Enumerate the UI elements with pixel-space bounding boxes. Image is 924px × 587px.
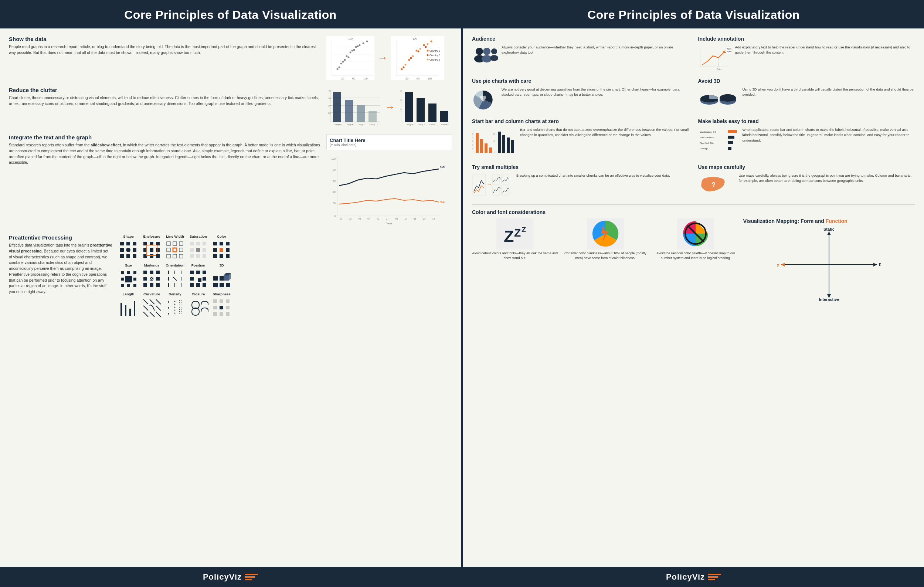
pre-sharpness-svg [211, 298, 232, 318]
svg-rect-168 [150, 283, 153, 287]
svg-point-36 [425, 46, 427, 48]
svg-point-227 [182, 311, 182, 312]
footer-line-1 [245, 574, 258, 575]
svg-rect-154 [125, 276, 132, 282]
svg-rect-132 [190, 242, 194, 246]
audience-section: Audience Always con [472, 36, 689, 72]
svg-point-223 [182, 307, 182, 308]
pre-density: Density [165, 292, 185, 318]
svg-rect-137 [203, 248, 206, 252]
svg-marker-309 [873, 263, 877, 267]
section-show-data: Show the data People read graphs in a re… [9, 36, 452, 80]
pie-section: Use pie charts with care [472, 78, 689, 112]
svg-point-18 [353, 49, 355, 51]
svg-marker-306 [827, 231, 831, 235]
svg-rect-238 [226, 312, 229, 316]
svg-text:20: 20 [406, 77, 408, 80]
color-font-title: Color and font considerations [472, 209, 915, 215]
small-multiples-title: Try small multiples [472, 164, 689, 170]
svg-rect-141 [213, 242, 217, 246]
pre-length-svg [118, 298, 139, 318]
svg-rect-129 [167, 254, 170, 258]
right-panel-header: Core Principles of Data Visualization [463, 0, 924, 28]
svg-point-209 [168, 307, 169, 309]
svg-rect-285 [728, 141, 733, 144]
svg-text:30: 30 [400, 90, 403, 92]
svg-point-17 [348, 56, 350, 58]
svg-point-208 [168, 301, 169, 303]
pre-length: Length [118, 292, 139, 318]
start-zero-text: Bar and column charts that do not start … [520, 127, 689, 138]
svg-rect-190 [224, 275, 229, 280]
svg-text:?: ? [711, 181, 716, 188]
viz-mapping-section: Visualization Mapping: Form and Function [743, 218, 915, 302]
svg-rect-74 [428, 104, 437, 122]
svg-point-108 [126, 248, 130, 252]
svg-point-224 [179, 309, 180, 310]
maps-usa-icon: ? [698, 173, 735, 197]
right-panel-content: Audience Always con [463, 28, 924, 567]
svg-rect-139 [196, 254, 200, 258]
svg-point-12 [351, 50, 353, 52]
svg-text:'04: '04 [367, 218, 370, 220]
svg-point-28 [401, 68, 403, 70]
svg-rect-269 [485, 143, 487, 153]
svg-rect-59 [333, 92, 341, 122]
svg-rect-149 [226, 254, 229, 258]
pre-enclosure: Enclosure [142, 234, 162, 260]
avoid3d-section: Avoid 3D [698, 78, 916, 112]
svg-rect-134 [203, 242, 206, 246]
svg-text:'11: '11 [413, 218, 417, 220]
pre-orientation: Orientation [165, 263, 185, 289]
svg-point-218 [179, 302, 180, 303]
svg-point-19 [357, 46, 359, 47]
pre-color-label: Color [217, 234, 226, 238]
color-font-section: Color and font considerations Z Z Z Avoi… [472, 204, 915, 302]
svg-point-259 [719, 94, 736, 102]
svg-rect-72 [405, 92, 413, 122]
pie-title: Use pie charts with care [472, 78, 689, 84]
svg-text:100: 100 [348, 37, 353, 40]
svg-text:80: 80 [493, 133, 495, 135]
left-footer: PolicyViz [0, 567, 461, 587]
pre-orientation-label: Orientation [166, 263, 185, 267]
footer-line-r1 [708, 574, 721, 575]
svg-text:Z: Z [504, 227, 514, 246]
svg-rect-287 [728, 147, 731, 150]
scatter-after: 100 [391, 36, 444, 80]
svg-rect-124 [173, 242, 177, 246]
svg-rect-194 [219, 283, 224, 287]
pre-linewidth-label: Line Width [166, 234, 184, 238]
audience-icon [472, 45, 498, 66]
svg-rect-162 [144, 277, 147, 280]
svg-rect-158 [134, 284, 136, 287]
svg-rect-135 [190, 248, 194, 252]
svg-point-214 [175, 310, 176, 311]
series1-label: Series 1 [440, 165, 445, 169]
pre-position-svg [188, 269, 208, 289]
annotation-title: Include annotation [698, 36, 916, 42]
svg-point-8 [340, 63, 342, 65]
svg-point-20 [363, 43, 365, 45]
svg-text:40: 40 [493, 140, 495, 142]
pre-3d: 3D [211, 263, 232, 289]
svg-point-10 [346, 56, 348, 57]
svg-rect-123 [167, 242, 170, 246]
svg-rect-120 [150, 254, 153, 258]
svg-text:Group C: Group C [429, 124, 437, 126]
svg-rect-270 [489, 147, 492, 153]
labels-title: Make labels easy to read [698, 118, 916, 124]
svg-point-211 [175, 301, 176, 302]
pre-size-label: Size [125, 263, 132, 267]
main-container: Core Principles of Data Visualization Sh… [0, 0, 924, 587]
svg-rect-138 [190, 254, 194, 258]
pre-3d-label: 3D [219, 263, 224, 267]
svg-point-35 [417, 51, 419, 53]
svg-text:20: 20 [400, 99, 403, 101]
svg-point-14 [359, 45, 361, 46]
right-panel: Core Principles of Data Visualization Au… [461, 0, 924, 587]
svg-text:→: → [487, 181, 492, 187]
svg-rect-133 [196, 242, 200, 246]
svg-text:'03: '03 [358, 218, 361, 220]
svg-text:'01: '01 [339, 218, 343, 220]
